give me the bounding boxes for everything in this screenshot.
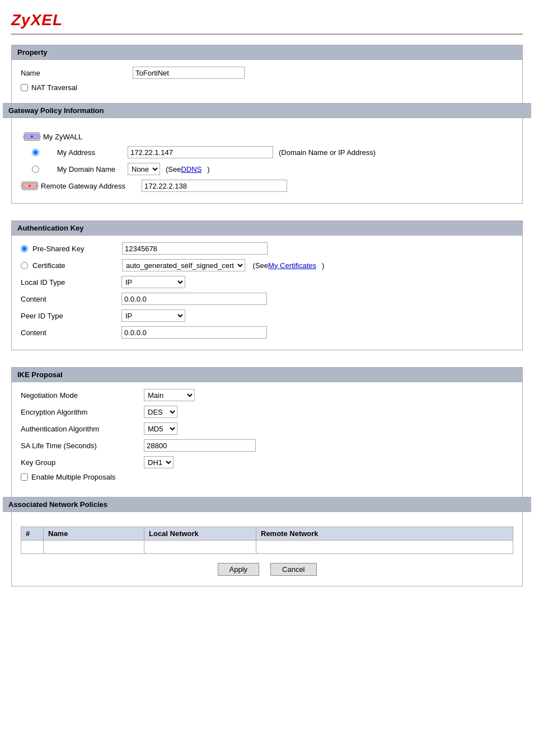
encryption-algorithm-label: Encryption Algorithm xyxy=(21,408,144,416)
my-zywall-label: My ZyWALL xyxy=(43,133,82,141)
pre-shared-key-radio[interactable] xyxy=(21,245,28,252)
ike-proposal-section-body: Negotiation Mode Main Aggressive Encrypt… xyxy=(12,382,522,492)
associated-network-header: Associated Network Policies xyxy=(3,497,531,512)
brand-logo: ZyXEL xyxy=(11,11,63,29)
sa-life-time-label: SA Life Time (Seconds) xyxy=(21,442,144,450)
col-name: Name xyxy=(44,527,144,541)
nat-traversal-label: NAT Traversal xyxy=(31,83,77,92)
local-id-type-label: Local ID Type xyxy=(21,278,121,287)
my-domain-name-label: My Domain Name xyxy=(44,165,128,173)
ike-proposal-section-header: IKE Proposal xyxy=(12,368,522,382)
key-group-select[interactable]: DH1 DH2 DH5 xyxy=(144,456,174,468)
table-row-empty xyxy=(21,541,513,554)
nat-traversal-checkbox[interactable] xyxy=(21,84,28,91)
local-content-row: Content xyxy=(21,293,513,305)
enable-multiple-checkbox[interactable] xyxy=(21,473,28,481)
peer-id-type-label: Peer ID Type xyxy=(21,312,121,320)
certificate-label: Certificate xyxy=(32,261,122,270)
my-address-row: My Address (Domain Name or IP Address) xyxy=(21,146,513,158)
certificate-select[interactable]: auto_generated_self_signed_cert xyxy=(122,259,245,271)
svg-point-2 xyxy=(31,135,33,138)
associated-network-body: # Name Local Network Remote Network xyxy=(12,518,522,586)
authentication-algorithm-label: Authentication Algorithm xyxy=(21,425,144,433)
negotiation-mode-select[interactable]: Main Aggressive xyxy=(144,389,195,401)
sa-life-time-input[interactable] xyxy=(144,439,256,452)
encryption-algorithm-select[interactable]: DES 3DES AES xyxy=(144,406,177,418)
gateway-policy-body: My ZyWALL My Address (Domain Name or IP … xyxy=(12,124,522,203)
certificate-radio[interactable] xyxy=(21,262,28,269)
property-section: Property Name NAT Traversal Gateway Poli… xyxy=(11,45,523,204)
see-my-certs-prefix: (See xyxy=(251,261,268,270)
col-hash: # xyxy=(21,527,44,541)
negotiation-mode-row: Negotiation Mode Main Aggressive xyxy=(21,389,513,401)
my-certificates-link[interactable]: My Certificates xyxy=(268,261,316,270)
page-wrapper: ZyXEL Property Name NAT Traversal Gatewa… xyxy=(0,0,534,756)
see-ddns-suffix: ) xyxy=(207,165,209,173)
my-address-hint: (Domain Name or IP Address) xyxy=(279,148,376,157)
negotiation-mode-label: Negotiation Mode xyxy=(21,391,144,400)
local-id-type-select[interactable]: IP FQDN User FQDN DER ASN1 DN xyxy=(121,276,185,288)
pre-shared-key-label: Pre-Shared Key xyxy=(32,245,122,253)
button-row: Apply Cancel xyxy=(21,560,513,579)
remote-gateway-row: Remote Gateway Address xyxy=(21,180,513,192)
peer-content-row: Content xyxy=(21,326,513,339)
svg-point-7 xyxy=(29,185,31,187)
name-input[interactable] xyxy=(133,67,245,79)
my-domain-name-radio[interactable] xyxy=(32,166,39,173)
local-content-input[interactable] xyxy=(121,293,267,305)
auth-key-section-body: Pre-Shared Key Certificate auto_generate… xyxy=(12,236,522,350)
gateway-policy-header: Gateway Policy Information xyxy=(3,103,531,118)
empty-local xyxy=(144,541,256,554)
property-section-body: Name NAT Traversal xyxy=(12,60,522,98)
see-my-certs-suffix: ) xyxy=(322,261,324,270)
header: ZyXEL xyxy=(11,6,523,35)
remote-gateway-input[interactable] xyxy=(142,180,287,192)
pre-shared-key-input[interactable] xyxy=(122,242,268,255)
peer-id-type-row: Peer ID Type IP FQDN User FQDN DER ASN1 … xyxy=(21,309,513,322)
apply-button[interactable]: Apply xyxy=(218,563,260,576)
key-group-label: Key Group xyxy=(21,458,144,467)
enable-multiple-row: Enable Multiple Proposals xyxy=(21,473,513,481)
sa-life-time-row: SA Life Time (Seconds) xyxy=(21,439,513,452)
local-content-label: Content xyxy=(21,295,121,303)
key-group-row: Key Group DH1 DH2 DH5 xyxy=(21,456,513,468)
pre-shared-key-row: Pre-Shared Key xyxy=(21,242,513,255)
my-address-radio[interactable] xyxy=(32,149,39,156)
nat-traversal-row: NAT Traversal xyxy=(21,83,513,92)
name-label: Name xyxy=(21,69,133,77)
network-policies-table: # Name Local Network Remote Network xyxy=(21,527,513,554)
cancel-button[interactable]: Cancel xyxy=(270,563,316,576)
local-id-type-row: Local ID Type IP FQDN User FQDN DER ASN1… xyxy=(21,276,513,288)
peer-content-input[interactable] xyxy=(121,326,267,339)
property-section-header: Property xyxy=(12,45,522,60)
empty-name xyxy=(44,541,144,554)
col-local-network: Local Network xyxy=(144,527,256,541)
authentication-algorithm-row: Authentication Algorithm MD5 SHA1 xyxy=(21,422,513,435)
zywall-icon xyxy=(23,130,41,143)
peer-id-type-select[interactable]: IP FQDN User FQDN DER ASN1 DN xyxy=(121,309,185,322)
ike-proposal-section: IKE Proposal Negotiation Mode Main Aggre… xyxy=(11,367,523,586)
my-address-label: My Address xyxy=(44,148,128,157)
domain-name-select[interactable]: None xyxy=(128,163,160,175)
authentication-algorithm-select[interactable]: MD5 SHA1 xyxy=(144,422,177,435)
my-domain-name-row: My Domain Name None (See DDNS ) xyxy=(21,163,513,175)
empty-hash xyxy=(21,541,44,554)
name-row: Name xyxy=(21,67,513,79)
peer-content-label: Content xyxy=(21,328,121,337)
ddns-link[interactable]: DDNS xyxy=(181,165,202,173)
certificate-row: Certificate auto_generated_self_signed_c… xyxy=(21,259,513,271)
auth-key-section-header: Authentication Key xyxy=(12,221,522,236)
col-remote-network: Remote Network xyxy=(256,527,513,541)
my-zywall-row: My ZyWALL xyxy=(21,130,513,143)
see-ddns-prefix: (See xyxy=(166,165,181,173)
empty-remote xyxy=(256,541,513,554)
enable-multiple-label: Enable Multiple Proposals xyxy=(31,473,115,481)
encryption-algorithm-row: Encryption Algorithm DES 3DES AES xyxy=(21,406,513,418)
my-address-input[interactable] xyxy=(128,146,273,158)
remote-gateway-label: Remote Gateway Address xyxy=(41,182,142,190)
remote-gateway-icon xyxy=(21,180,39,192)
authentication-key-section: Authentication Key Pre-Shared Key Certif… xyxy=(11,220,523,350)
